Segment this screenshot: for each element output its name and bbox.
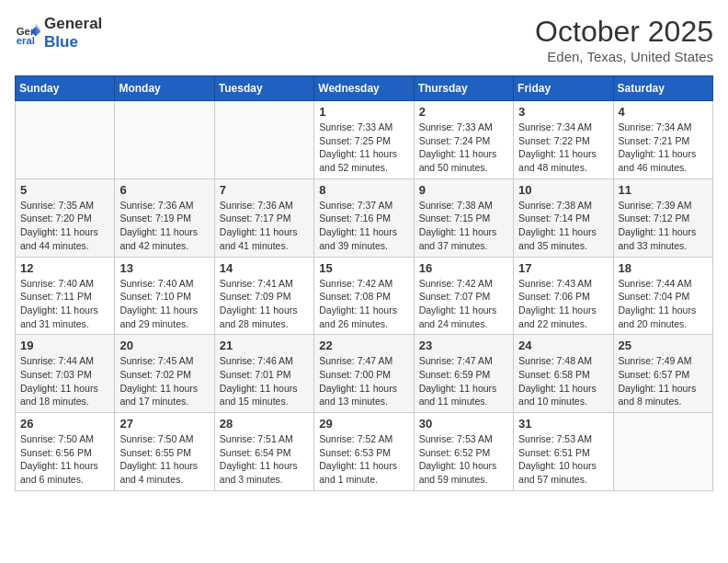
day-info: Sunrise: 7:52 AM Sunset: 6:53 PM Dayligh… bbox=[319, 432, 408, 487]
empty-cell bbox=[214, 101, 313, 179]
day-info: Sunrise: 7:33 AM Sunset: 7:25 PM Dayligh… bbox=[319, 121, 408, 175]
day-number: 1 bbox=[319, 105, 408, 119]
weekday-header-tuesday: Tuesday bbox=[214, 76, 313, 101]
day-number: 2 bbox=[419, 105, 508, 119]
logo-line2: Blue bbox=[44, 33, 102, 52]
day-info: Sunrise: 7:34 AM Sunset: 7:21 PM Dayligh… bbox=[619, 121, 708, 175]
day-cell-9: 9Sunrise: 7:38 AM Sunset: 7:15 PM Daylig… bbox=[414, 178, 513, 257]
day-cell-10: 10Sunrise: 7:38 AM Sunset: 7:14 PM Dayli… bbox=[514, 178, 613, 257]
day-info: Sunrise: 7:50 AM Sunset: 6:55 PM Dayligh… bbox=[119, 432, 209, 487]
week-row-3: 12Sunrise: 7:40 AM Sunset: 7:11 PM Dayli… bbox=[16, 257, 713, 335]
day-number: 28 bbox=[220, 417, 309, 431]
day-cell-6: 6Sunrise: 7:36 AM Sunset: 7:19 PM Daylig… bbox=[115, 178, 214, 257]
page-header: Gen eral General Blue October 2025 Eden,… bbox=[15, 15, 713, 64]
day-number: 17 bbox=[518, 261, 608, 275]
day-number: 24 bbox=[518, 339, 608, 352]
day-cell-17: 17Sunrise: 7:43 AM Sunset: 7:06 PM Dayli… bbox=[514, 257, 613, 335]
day-info: Sunrise: 7:38 AM Sunset: 7:14 PM Dayligh… bbox=[518, 199, 608, 253]
day-number: 18 bbox=[619, 261, 708, 275]
day-number: 6 bbox=[119, 183, 209, 197]
logo-line1: General bbox=[44, 15, 102, 33]
day-number: 20 bbox=[119, 339, 209, 352]
day-info: Sunrise: 7:43 AM Sunset: 7:06 PM Dayligh… bbox=[518, 277, 608, 331]
day-number: 19 bbox=[20, 339, 109, 352]
day-cell-16: 16Sunrise: 7:42 AM Sunset: 7:07 PM Dayli… bbox=[414, 257, 513, 335]
day-cell-19: 19Sunrise: 7:44 AM Sunset: 7:03 PM Dayli… bbox=[16, 335, 115, 413]
week-row-4: 19Sunrise: 7:44 AM Sunset: 7:03 PM Dayli… bbox=[16, 335, 713, 413]
day-info: Sunrise: 7:53 AM Sunset: 6:52 PM Dayligh… bbox=[419, 432, 508, 487]
day-number: 27 bbox=[119, 417, 209, 431]
day-number: 3 bbox=[518, 105, 608, 119]
day-cell-3: 3Sunrise: 7:34 AM Sunset: 7:22 PM Daylig… bbox=[514, 101, 613, 179]
day-info: Sunrise: 7:42 AM Sunset: 7:08 PM Dayligh… bbox=[319, 277, 408, 331]
day-info: Sunrise: 7:36 AM Sunset: 7:17 PM Dayligh… bbox=[220, 199, 309, 253]
svg-text:eral: eral bbox=[17, 36, 35, 47]
day-info: Sunrise: 7:53 AM Sunset: 6:51 PM Dayligh… bbox=[518, 432, 608, 487]
empty-cell bbox=[613, 413, 712, 491]
empty-cell bbox=[16, 101, 115, 179]
day-info: Sunrise: 7:47 AM Sunset: 6:59 PM Dayligh… bbox=[419, 354, 508, 408]
day-number: 23 bbox=[419, 339, 508, 352]
day-cell-21: 21Sunrise: 7:46 AM Sunset: 7:01 PM Dayli… bbox=[214, 335, 313, 413]
day-info: Sunrise: 7:49 AM Sunset: 6:57 PM Dayligh… bbox=[619, 354, 708, 408]
day-cell-24: 24Sunrise: 7:48 AM Sunset: 6:58 PM Dayli… bbox=[514, 335, 613, 413]
svg-marker-3 bbox=[36, 24, 40, 35]
week-row-5: 26Sunrise: 7:50 AM Sunset: 6:56 PM Dayli… bbox=[16, 413, 713, 491]
month-title: October 2025 bbox=[535, 15, 713, 49]
logo: Gen eral General Blue bbox=[15, 15, 102, 52]
day-info: Sunrise: 7:42 AM Sunset: 7:07 PM Dayligh… bbox=[419, 277, 508, 331]
weekday-header-thursday: Thursday bbox=[414, 76, 513, 101]
day-cell-28: 28Sunrise: 7:51 AM Sunset: 6:54 PM Dayli… bbox=[214, 413, 313, 491]
day-info: Sunrise: 7:33 AM Sunset: 7:24 PM Dayligh… bbox=[419, 121, 508, 175]
day-info: Sunrise: 7:48 AM Sunset: 6:58 PM Dayligh… bbox=[518, 354, 608, 408]
day-info: Sunrise: 7:51 AM Sunset: 6:54 PM Dayligh… bbox=[220, 432, 309, 487]
day-info: Sunrise: 7:47 AM Sunset: 7:00 PM Dayligh… bbox=[319, 354, 408, 408]
day-cell-18: 18Sunrise: 7:44 AM Sunset: 7:04 PM Dayli… bbox=[613, 257, 712, 335]
day-number: 7 bbox=[220, 183, 309, 197]
day-cell-25: 25Sunrise: 7:49 AM Sunset: 6:57 PM Dayli… bbox=[613, 335, 712, 413]
day-info: Sunrise: 7:34 AM Sunset: 7:22 PM Dayligh… bbox=[518, 121, 608, 175]
day-number: 15 bbox=[319, 261, 408, 275]
day-cell-13: 13Sunrise: 7:40 AM Sunset: 7:10 PM Dayli… bbox=[115, 257, 214, 335]
day-cell-27: 27Sunrise: 7:50 AM Sunset: 6:55 PM Dayli… bbox=[115, 413, 214, 491]
day-info: Sunrise: 7:37 AM Sunset: 7:16 PM Dayligh… bbox=[319, 199, 408, 253]
day-number: 10 bbox=[518, 183, 608, 197]
day-info: Sunrise: 7:36 AM Sunset: 7:19 PM Dayligh… bbox=[119, 199, 209, 253]
day-info: Sunrise: 7:45 AM Sunset: 7:02 PM Dayligh… bbox=[119, 354, 209, 408]
weekday-header-monday: Monday bbox=[115, 76, 214, 101]
week-row-1: 1Sunrise: 7:33 AM Sunset: 7:25 PM Daylig… bbox=[16, 101, 713, 179]
day-info: Sunrise: 7:50 AM Sunset: 6:56 PM Dayligh… bbox=[20, 432, 109, 487]
day-cell-29: 29Sunrise: 7:52 AM Sunset: 6:53 PM Dayli… bbox=[314, 413, 414, 491]
week-row-2: 5Sunrise: 7:35 AM Sunset: 7:20 PM Daylig… bbox=[16, 178, 713, 257]
day-info: Sunrise: 7:38 AM Sunset: 7:15 PM Dayligh… bbox=[419, 199, 508, 253]
logo-icon: Gen eral bbox=[15, 20, 40, 46]
day-cell-26: 26Sunrise: 7:50 AM Sunset: 6:56 PM Dayli… bbox=[16, 413, 115, 491]
day-number: 13 bbox=[119, 261, 209, 275]
day-cell-11: 11Sunrise: 7:39 AM Sunset: 7:12 PM Dayli… bbox=[613, 178, 712, 257]
day-cell-31: 31Sunrise: 7:53 AM Sunset: 6:51 PM Dayli… bbox=[514, 413, 613, 491]
day-cell-2: 2Sunrise: 7:33 AM Sunset: 7:24 PM Daylig… bbox=[414, 101, 513, 179]
day-number: 8 bbox=[319, 183, 408, 197]
day-cell-7: 7Sunrise: 7:36 AM Sunset: 7:17 PM Daylig… bbox=[214, 178, 313, 257]
day-number: 22 bbox=[319, 339, 408, 352]
location-title: Eden, Texas, United States bbox=[535, 49, 713, 64]
day-cell-14: 14Sunrise: 7:41 AM Sunset: 7:09 PM Dayli… bbox=[214, 257, 313, 335]
weekday-header-wednesday: Wednesday bbox=[314, 76, 414, 101]
day-info: Sunrise: 7:35 AM Sunset: 7:20 PM Dayligh… bbox=[20, 199, 109, 253]
day-cell-12: 12Sunrise: 7:40 AM Sunset: 7:11 PM Dayli… bbox=[16, 257, 115, 335]
day-info: Sunrise: 7:46 AM Sunset: 7:01 PM Dayligh… bbox=[220, 354, 309, 408]
day-cell-20: 20Sunrise: 7:45 AM Sunset: 7:02 PM Dayli… bbox=[115, 335, 214, 413]
day-cell-15: 15Sunrise: 7:42 AM Sunset: 7:08 PM Dayli… bbox=[314, 257, 414, 335]
weekday-header-saturday: Saturday bbox=[613, 76, 712, 101]
day-info: Sunrise: 7:40 AM Sunset: 7:10 PM Dayligh… bbox=[119, 277, 209, 331]
day-number: 4 bbox=[619, 105, 708, 119]
day-cell-5: 5Sunrise: 7:35 AM Sunset: 7:20 PM Daylig… bbox=[16, 178, 115, 257]
day-number: 26 bbox=[20, 417, 109, 431]
day-cell-8: 8Sunrise: 7:37 AM Sunset: 7:16 PM Daylig… bbox=[314, 178, 414, 257]
title-area: October 2025 Eden, Texas, United States bbox=[535, 15, 713, 64]
day-number: 14 bbox=[220, 261, 309, 275]
day-number: 11 bbox=[619, 183, 708, 197]
day-info: Sunrise: 7:44 AM Sunset: 7:04 PM Dayligh… bbox=[619, 277, 708, 331]
day-cell-30: 30Sunrise: 7:53 AM Sunset: 6:52 PM Dayli… bbox=[414, 413, 513, 491]
day-number: 29 bbox=[319, 417, 408, 431]
